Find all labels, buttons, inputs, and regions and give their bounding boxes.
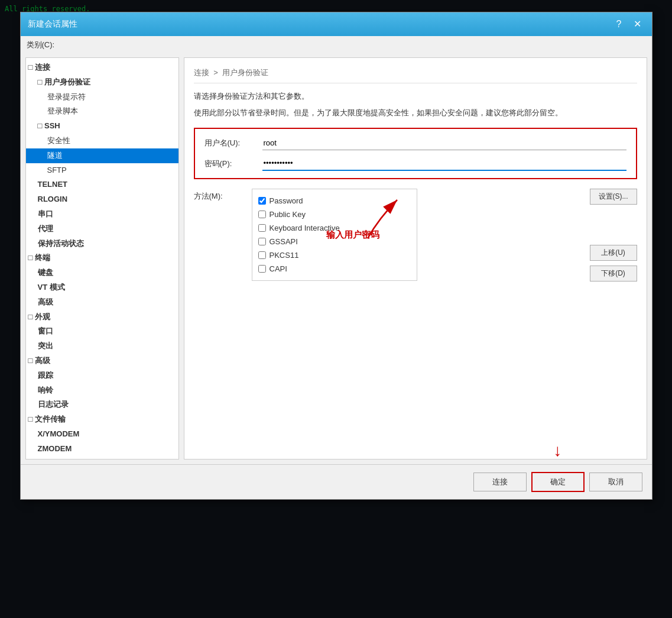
tree-item[interactable]: 日志记录	[26, 397, 178, 412]
breadcrumb-separator: >	[213, 68, 220, 77]
dialog-title: 新建会话属性	[28, 19, 77, 30]
breadcrumb-part2: 用户身份验证	[222, 68, 268, 77]
method-row: 方法(M): Password Public Key	[194, 189, 637, 282]
tree-item[interactable]: SFTP	[26, 163, 178, 178]
tree-item[interactable]: □ 连接	[26, 60, 178, 75]
tree-item[interactable]: □ 用户身份验证	[26, 75, 178, 90]
ok-arrow-down: ↓	[554, 442, 562, 459]
tree-item[interactable]: ZMODEM	[26, 442, 178, 457]
username-input[interactable]	[262, 136, 626, 150]
method-pkcs11-item[interactable]: PKCS11	[257, 248, 412, 262]
dialog-window: 新建会话属性 ? ✕ 类别(C): □ 连接□ 用户身份验证登录提示符登录脚本□…	[20, 12, 652, 500]
tree-item[interactable]: 键盘	[26, 266, 178, 280]
side-buttons: 设置(S)... 上移(U) 下移(D)	[580, 189, 637, 282]
tree-item[interactable]: 跟踪	[26, 368, 178, 383]
method-publickey-item[interactable]: Public Key	[257, 208, 412, 221]
method-password-checkbox[interactable]	[258, 197, 266, 205]
credentials-section: 用户名(U): 密码(P):	[194, 128, 637, 179]
tree-item[interactable]: 保持活动状态	[26, 237, 178, 251]
description-text: 请选择身份验证方法和其它参数。	[194, 90, 637, 102]
button-bar: 连接 ↓ 确定 取消	[21, 464, 652, 499]
tree-item[interactable]: □ 文件传输	[26, 412, 178, 427]
tree-item[interactable]: □ 终端	[26, 251, 178, 266]
tree-item[interactable]: 响铃	[26, 383, 178, 398]
move-down-button[interactable]: 下移(D)	[590, 266, 637, 282]
tree-item[interactable]: RLOGIN	[26, 192, 178, 207]
category-label: 类别(C):	[21, 36, 652, 53]
password-row: 密码(P):	[204, 156, 626, 171]
dialog-overlay: 新建会话属性 ? ✕ 类别(C): □ 连接□ 用户身份验证登录提示符登录脚本□…	[0, 0, 672, 618]
button-area: 连接 ↓ 确定 取消	[473, 472, 642, 492]
method-pkcs11-checkbox[interactable]	[258, 251, 266, 259]
method-publickey-label: Public Key	[270, 210, 306, 219]
tree-item[interactable]: VT 模式	[26, 280, 178, 295]
tree-item[interactable]: 窗口	[26, 324, 178, 339]
breadcrumb: 连接 > 用户身份验证	[194, 67, 637, 83]
help-button[interactable]: ?	[613, 18, 625, 30]
tree-item[interactable]: TELNET	[26, 177, 178, 192]
method-keyboard-checkbox[interactable]	[258, 224, 266, 232]
tree-item[interactable]: □ SSH	[26, 119, 178, 134]
tree-item[interactable]: X/YMODEM	[26, 427, 178, 442]
method-capi-item[interactable]: CAPI	[257, 262, 412, 276]
tree-item[interactable]: □ 高级	[26, 354, 178, 368]
dialog-content: □ 连接□ 用户身份验证登录提示符登录脚本□ SSH安全性隧道SFTPTELNE…	[21, 53, 652, 464]
method-pkcs11-label: PKCS11	[270, 251, 299, 260]
tree-item[interactable]: □ 外观	[26, 310, 178, 325]
method-capi-checkbox[interactable]	[258, 265, 266, 273]
method-keyboard-item[interactable]: Keyboard Interactive	[257, 221, 412, 235]
tree-item[interactable]: 串口	[26, 207, 178, 222]
method-publickey-checkbox[interactable]	[258, 211, 266, 218]
tree-item[interactable]: 安全性	[26, 134, 178, 148]
method-capi-label: CAPI	[270, 264, 287, 273]
tree-item[interactable]: 代理	[26, 222, 178, 237]
method-gssapi-item[interactable]: GSSAPI	[257, 235, 412, 248]
method-gssapi-checkbox[interactable]	[258, 238, 266, 245]
password-label: 密码(P):	[204, 158, 258, 169]
move-up-button[interactable]: 上移(U)	[590, 245, 637, 261]
title-bar: 新建会话属性 ? ✕	[21, 12, 652, 36]
close-button[interactable]: ✕	[630, 18, 645, 30]
tree-item[interactable]: 突出	[26, 339, 178, 354]
ok-wrapper: ↓ 确定	[531, 472, 585, 492]
tree-item[interactable]: 登录提示符	[26, 90, 178, 105]
ok-button[interactable]: 确定	[531, 472, 585, 492]
tree-panel: □ 连接□ 用户身份验证登录提示符登录脚本□ SSH安全性隧道SFTPTELNE…	[25, 57, 179, 460]
tree-item[interactable]: 隧道	[26, 148, 178, 163]
method-gssapi-label: GSSAPI	[270, 237, 298, 246]
method-password-label: Password	[270, 196, 303, 205]
content-panel: 连接 > 用户身份验证 请选择身份验证方法和其它参数。 使用此部分以节省登录时间…	[184, 57, 647, 460]
tree-item[interactable]: 高级	[26, 295, 178, 310]
method-password-item[interactable]: Password	[257, 194, 412, 208]
method-keyboard-label: Keyboard Interactive	[270, 224, 340, 232]
title-bar-controls: ? ✕	[613, 18, 645, 30]
username-label: 用户名(U):	[204, 138, 258, 148]
settings-button[interactable]: 设置(S)...	[590, 189, 637, 205]
password-input[interactable]	[262, 156, 626, 171]
connect-button[interactable]: 连接	[473, 473, 527, 491]
cancel-button[interactable]: 取消	[589, 473, 642, 491]
breadcrumb-part1: 连接	[194, 68, 209, 77]
description-note: 使用此部分以节省登录时间。但是，为了最大限度地提高安全性，如果担心安全问题，建议…	[194, 107, 637, 119]
method-label: 方法(M):	[194, 189, 247, 202]
dialog-body: 类别(C): □ 连接□ 用户身份验证登录提示符登录脚本□ SSH安全性隧道SF…	[21, 36, 652, 499]
tree-item[interactable]: 登录脚本	[26, 104, 178, 119]
method-checkbox-list: Password Public Key Keyboard Interactive	[252, 189, 417, 281]
username-row: 用户名(U):	[204, 136, 626, 150]
